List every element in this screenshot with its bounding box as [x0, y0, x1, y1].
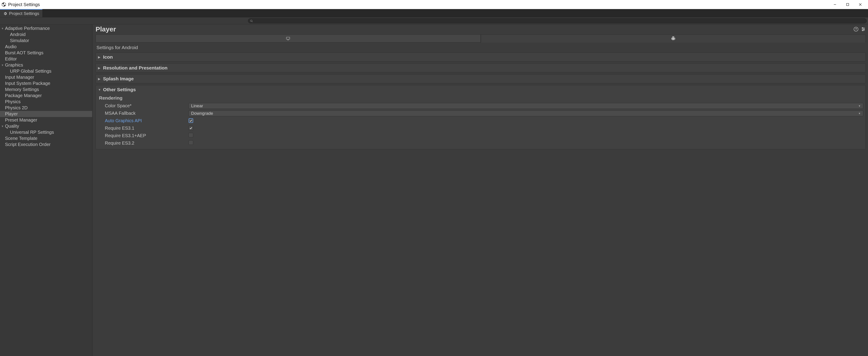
- sidebar-item-label: Script Execution Order: [5, 142, 51, 147]
- dropdown-msaa-fallback[interactable]: Downgrade ▼: [189, 110, 863, 116]
- sidebar-item-label: Burst AOT Settings: [5, 50, 43, 56]
- chevron-down-icon: ▼: [98, 88, 102, 91]
- sidebar-item-audio[interactable]: Audio: [0, 44, 92, 50]
- gear-icon: [3, 11, 7, 15]
- svg-point-15: [864, 29, 865, 30]
- checkbox-require-es31aep[interactable]: [189, 133, 193, 137]
- sidebar-item-label: Input Manager: [5, 75, 34, 80]
- sidebar-item-android[interactable]: Android: [0, 31, 92, 38]
- desktop-icon: [286, 36, 290, 41]
- sidebar-item-quality[interactable]: ▼Quality: [0, 123, 92, 129]
- chevron-right-icon: ▶: [98, 56, 102, 59]
- sidebar-item-physics-2d[interactable]: Physics 2D: [0, 105, 92, 111]
- sidebar-item-graphics[interactable]: ▼Graphics: [0, 62, 92, 68]
- chevron-down-icon: ▼: [0, 64, 5, 67]
- sidebar-item-label: Scene Template: [5, 136, 37, 141]
- chevron-down-icon: ▼: [0, 125, 5, 128]
- foldout-header-other[interactable]: ▼ Other Settings: [96, 85, 866, 94]
- label-msaa-fallback: MSAA Fallback: [98, 111, 189, 116]
- sidebar-item-adaptive-performance[interactable]: ▼Adaptive Performance: [0, 25, 92, 31]
- svg-rect-17: [286, 37, 290, 39]
- main-panel: Player ? Settings for Android: [92, 25, 868, 356]
- platform-tab-android[interactable]: [481, 34, 866, 42]
- label-require-es31: Require ES3.1: [98, 126, 189, 131]
- checkbox-require-es31[interactable]: [189, 126, 193, 130]
- sidebar-item-label: Graphics: [5, 62, 23, 68]
- page-title: Player: [96, 25, 851, 33]
- sidebar-item-label: Package Manager: [5, 93, 42, 98]
- sidebar-item-scene-template[interactable]: Scene Template: [0, 135, 92, 141]
- settings-preset-button[interactable]: [861, 27, 866, 32]
- sidebar-item-input-manager[interactable]: Input Manager: [0, 74, 92, 80]
- sidebar-item-universal-rp-settings[interactable]: Universal RP Settings: [0, 129, 92, 135]
- sidebar-item-label: Simulator: [5, 38, 29, 43]
- sidebar-item-label: Editor: [5, 56, 17, 62]
- svg-rect-4: [846, 3, 849, 6]
- tab-project-settings[interactable]: Project Settings: [0, 9, 42, 17]
- sidebar-item-package-manager[interactable]: Package Manager: [0, 93, 92, 99]
- sidebar-item-label: Audio: [5, 44, 17, 49]
- chevron-down-icon: ▼: [858, 104, 861, 107]
- android-icon: [671, 36, 676, 41]
- checkbox-auto-graphics-api[interactable]: [189, 118, 193, 123]
- sidebar-item-editor[interactable]: Editor: [0, 56, 92, 62]
- chevron-right-icon: ▶: [98, 66, 102, 70]
- sidebar-item-simulator[interactable]: Simulator: [0, 38, 92, 44]
- label-require-es31aep: Require ES3.1+AEP: [98, 133, 189, 138]
- svg-marker-1: [2, 2, 4, 4]
- sidebar-item-preset-manager[interactable]: Preset Manager: [0, 117, 92, 123]
- row-require-es31aep: Require ES3.1+AEP: [98, 132, 863, 139]
- sidebar-item-urp-global-settings[interactable]: URP Global Settings: [0, 68, 92, 74]
- svg-point-7: [250, 20, 252, 22]
- section-rendering-label: Rendering: [99, 95, 863, 101]
- foldout-header-resolution[interactable]: ▶ Resolution and Presentation: [96, 64, 866, 72]
- svg-line-8: [252, 21, 253, 22]
- window-title: Project Settings: [8, 2, 40, 7]
- sidebar-item-label: Memory Settings: [5, 87, 39, 92]
- svg-point-14: [862, 28, 863, 29]
- chevron-right-icon: ▶: [98, 77, 102, 80]
- sidebar-item-label: Quality: [5, 124, 19, 129]
- titlebar: Project Settings: [0, 0, 868, 9]
- sidebar-item-label: Android: [5, 32, 26, 37]
- label-auto-graphics-api: Auto Graphics API: [98, 118, 189, 123]
- foldout-header-icon[interactable]: ▶ Icon: [96, 53, 866, 61]
- minimize-button[interactable]: [829, 0, 841, 9]
- sidebar-item-physics[interactable]: Physics: [0, 99, 92, 105]
- sidebar-item-label: Input System Package: [5, 81, 50, 86]
- chevron-down-icon: ▼: [0, 27, 5, 30]
- sidebar-item-label: URP Global Settings: [5, 69, 52, 74]
- settings-for-label: Settings for Android: [96, 45, 866, 50]
- search-box[interactable]: [248, 18, 867, 23]
- svg-point-16: [862, 30, 863, 31]
- row-require-es32: Require ES3.2: [98, 139, 863, 147]
- label-require-es32: Require ES3.2: [98, 140, 189, 146]
- svg-marker-2: [4, 4, 6, 6]
- sidebar-item-label: Physics: [5, 99, 21, 104]
- close-button[interactable]: [854, 0, 867, 9]
- foldout-splash: ▶ Splash Image: [96, 74, 866, 83]
- sidebar-item-label: Universal RP Settings: [5, 130, 54, 135]
- checkbox-require-es32[interactable]: [189, 140, 193, 145]
- foldout-header-splash[interactable]: ▶ Splash Image: [96, 74, 866, 83]
- label-color-space: Color Space*: [98, 103, 189, 108]
- sidebar-item-input-system-package[interactable]: Input System Package: [0, 80, 92, 87]
- search-icon: [250, 20, 253, 23]
- row-auto-graphics-api: Auto Graphics API: [98, 117, 863, 125]
- maximize-button[interactable]: [841, 0, 854, 9]
- dropdown-color-space[interactable]: Linear ▼: [189, 103, 863, 109]
- unity-icon: [1, 2, 6, 7]
- sidebar-item-label: Player: [5, 111, 18, 117]
- search-input[interactable]: [254, 19, 865, 23]
- sidebar-item-burst-aot-settings[interactable]: Burst AOT Settings: [0, 50, 92, 56]
- sidebar-item-script-execution-order[interactable]: Script Execution Order: [0, 141, 92, 148]
- sidebar-item-player[interactable]: Player: [0, 111, 92, 117]
- foldout-other-settings: ▼ Other Settings Rendering Color Space* …: [96, 85, 866, 149]
- row-color-space: Color Space* Linear ▼: [98, 102, 863, 109]
- sidebar-item-memory-settings[interactable]: Memory Settings: [0, 87, 92, 93]
- platform-tab-pc[interactable]: [96, 34, 481, 42]
- help-button[interactable]: ?: [854, 27, 859, 32]
- row-msaa-fallback: MSAA Fallback Downgrade ▼: [98, 109, 863, 117]
- settings-sidebar[interactable]: ▼Adaptive PerformanceAndroidSimulatorAud…: [0, 25, 92, 356]
- row-require-es31: Require ES3.1: [98, 125, 863, 132]
